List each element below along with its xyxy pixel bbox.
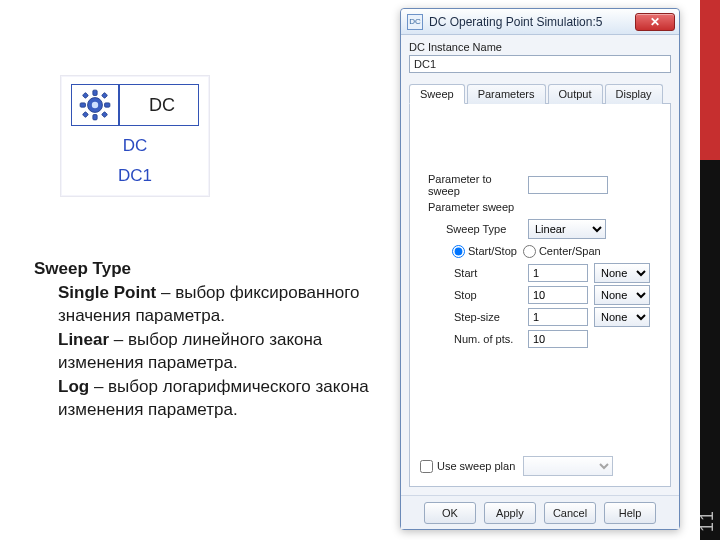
step-label: Step-size (424, 311, 522, 323)
button-bar: OK Apply Cancel Help (401, 495, 679, 529)
tab-display[interactable]: Display (605, 84, 663, 104)
explain-heading: Sweep Type (34, 258, 374, 280)
close-icon: ✕ (650, 15, 660, 29)
gear-icon (72, 85, 120, 125)
svg-rect-2 (93, 115, 97, 120)
stop-input[interactable] (528, 286, 588, 304)
instance-name-input[interactable] (409, 55, 671, 73)
app-icon: DC (407, 14, 423, 30)
param-sweep-label: Parameter sweep (424, 201, 522, 213)
radio-startstop-input[interactable] (452, 245, 465, 258)
svg-point-9 (92, 102, 98, 108)
npts-input[interactable] (528, 330, 588, 348)
svg-rect-6 (102, 92, 108, 98)
explain-item: Linear – выбор линейного закона изменени… (58, 329, 374, 374)
tab-sweep[interactable]: Sweep (409, 84, 465, 104)
sweep-type-label: Sweep Type (424, 223, 522, 235)
stop-label: Stop (424, 289, 522, 301)
explain-item: Single Point – выбор фиксированного знач… (58, 282, 374, 327)
step-unit-select[interactable]: None (594, 307, 650, 327)
svg-rect-1 (93, 90, 97, 95)
window-title: DC Operating Point Simulation:5 (429, 15, 629, 29)
page-number: 11 (697, 510, 718, 532)
close-button[interactable]: ✕ (635, 13, 675, 31)
npts-label: Num. of pts. (424, 333, 522, 345)
tab-panel-sweep: Parameter to sweep Parameter sweep Sweep… (409, 104, 671, 487)
tab-bar: Sweep Parameters Output Display (409, 83, 671, 104)
accent-stripe-black (700, 160, 720, 540)
param-to-sweep-input[interactable] (528, 176, 608, 194)
use-sweep-plan[interactable]: Use sweep plan (420, 460, 515, 473)
component-box-label: DC (126, 95, 198, 116)
component-block: DC DC DC1 (60, 75, 210, 197)
explain-item: Log – выбор логарифмического закона изме… (58, 376, 374, 421)
svg-rect-7 (82, 112, 88, 118)
component-type: DC (71, 136, 199, 156)
svg-rect-8 (102, 112, 108, 118)
use-sweep-plan-checkbox[interactable] (420, 460, 433, 473)
start-input[interactable] (528, 264, 588, 282)
tab-parameters[interactable]: Parameters (467, 84, 546, 104)
accent-stripe-red (700, 0, 720, 160)
radio-centerspan[interactable]: Center/Span (523, 245, 601, 258)
help-button[interactable]: Help (604, 502, 656, 524)
cancel-button[interactable]: Cancel (544, 502, 596, 524)
stop-unit-select[interactable]: None (594, 285, 650, 305)
svg-rect-5 (82, 92, 88, 98)
explain-block: Sweep Type Single Point – выбор фиксиров… (34, 258, 374, 423)
param-to-sweep-label: Parameter to sweep (424, 173, 522, 197)
start-unit-select[interactable]: None (594, 263, 650, 283)
start-label: Start (424, 267, 522, 279)
step-input[interactable] (528, 308, 588, 326)
sweep-plan-select[interactable] (523, 456, 613, 476)
instance-name-label: DC Instance Name (409, 41, 671, 53)
svg-rect-3 (80, 103, 85, 107)
svg-rect-4 (105, 103, 110, 107)
titlebar[interactable]: DC DC Operating Point Simulation:5 ✕ (401, 9, 679, 35)
radio-startstop[interactable]: Start/Stop (452, 245, 517, 258)
apply-button[interactable]: Apply (484, 502, 536, 524)
radio-centerspan-input[interactable] (523, 245, 536, 258)
component-instance: DC1 (71, 166, 199, 186)
dialog-window: DC DC Operating Point Simulation:5 ✕ DC … (400, 8, 680, 530)
sweep-type-select[interactable]: Linear (528, 219, 606, 239)
tab-output[interactable]: Output (548, 84, 603, 104)
ok-button[interactable]: OK (424, 502, 476, 524)
